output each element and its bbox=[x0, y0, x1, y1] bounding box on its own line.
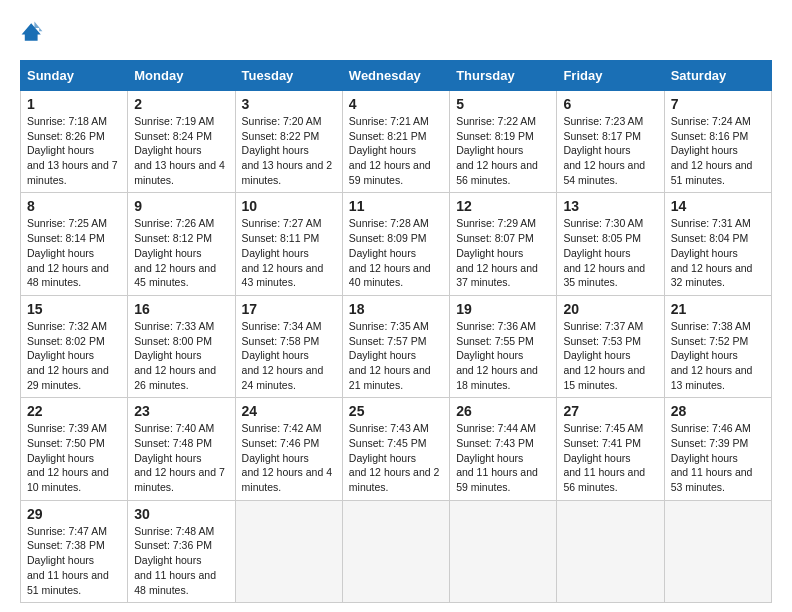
day-info: Sunrise: 7:39 AMSunset: 7:50 PMDaylight … bbox=[27, 422, 109, 493]
day-info: Sunrise: 7:19 AMSunset: 8:24 PMDaylight … bbox=[134, 115, 225, 186]
day-number: 14 bbox=[671, 198, 765, 214]
day-number: 25 bbox=[349, 403, 443, 419]
table-row: 25 Sunrise: 7:43 AMSunset: 7:45 PMDaylig… bbox=[342, 398, 449, 500]
day-number: 22 bbox=[27, 403, 121, 419]
day-number: 2 bbox=[134, 96, 228, 112]
day-info: Sunrise: 7:18 AMSunset: 8:26 PMDaylight … bbox=[27, 115, 118, 186]
table-row: 14 Sunrise: 7:31 AMSunset: 8:04 PMDaylig… bbox=[664, 193, 771, 295]
table-row: 24 Sunrise: 7:42 AMSunset: 7:46 PMDaylig… bbox=[235, 398, 342, 500]
day-number: 12 bbox=[456, 198, 550, 214]
table-row: 1 Sunrise: 7:18 AMSunset: 8:26 PMDayligh… bbox=[21, 91, 128, 193]
col-saturday: Saturday bbox=[664, 61, 771, 91]
day-number: 27 bbox=[563, 403, 657, 419]
day-number: 3 bbox=[242, 96, 336, 112]
day-info: Sunrise: 7:26 AMSunset: 8:12 PMDaylight … bbox=[134, 217, 216, 288]
table-row: 23 Sunrise: 7:40 AMSunset: 7:48 PMDaylig… bbox=[128, 398, 235, 500]
day-number: 5 bbox=[456, 96, 550, 112]
table-row: 9 Sunrise: 7:26 AMSunset: 8:12 PMDayligh… bbox=[128, 193, 235, 295]
col-sunday: Sunday bbox=[21, 61, 128, 91]
table-row: 20 Sunrise: 7:37 AMSunset: 7:53 PMDaylig… bbox=[557, 295, 664, 397]
day-info: Sunrise: 7:28 AMSunset: 8:09 PMDaylight … bbox=[349, 217, 431, 288]
col-friday: Friday bbox=[557, 61, 664, 91]
day-info: Sunrise: 7:24 AMSunset: 8:16 PMDaylight … bbox=[671, 115, 753, 186]
day-number: 7 bbox=[671, 96, 765, 112]
table-row: 4 Sunrise: 7:21 AMSunset: 8:21 PMDayligh… bbox=[342, 91, 449, 193]
table-row: 22 Sunrise: 7:39 AMSunset: 7:50 PMDaylig… bbox=[21, 398, 128, 500]
day-info: Sunrise: 7:34 AMSunset: 7:58 PMDaylight … bbox=[242, 320, 324, 391]
day-number: 20 bbox=[563, 301, 657, 317]
day-number: 1 bbox=[27, 96, 121, 112]
table-row: 12 Sunrise: 7:29 AMSunset: 8:07 PMDaylig… bbox=[450, 193, 557, 295]
day-number: 24 bbox=[242, 403, 336, 419]
logo-icon bbox=[20, 20, 44, 44]
day-number: 29 bbox=[27, 506, 121, 522]
day-info: Sunrise: 7:44 AMSunset: 7:43 PMDaylight … bbox=[456, 422, 538, 493]
empty-cell bbox=[342, 500, 449, 602]
day-info: Sunrise: 7:40 AMSunset: 7:48 PMDaylight … bbox=[134, 422, 225, 493]
table-row: 17 Sunrise: 7:34 AMSunset: 7:58 PMDaylig… bbox=[235, 295, 342, 397]
table-row: 2 Sunrise: 7:19 AMSunset: 8:24 PMDayligh… bbox=[128, 91, 235, 193]
day-number: 30 bbox=[134, 506, 228, 522]
day-info: Sunrise: 7:22 AMSunset: 8:19 PMDaylight … bbox=[456, 115, 538, 186]
empty-cell bbox=[664, 500, 771, 602]
day-info: Sunrise: 7:25 AMSunset: 8:14 PMDaylight … bbox=[27, 217, 109, 288]
day-number: 16 bbox=[134, 301, 228, 317]
calendar-header-row: Sunday Monday Tuesday Wednesday Thursday… bbox=[21, 61, 772, 91]
day-number: 17 bbox=[242, 301, 336, 317]
day-number: 19 bbox=[456, 301, 550, 317]
day-number: 9 bbox=[134, 198, 228, 214]
table-row: 18 Sunrise: 7:35 AMSunset: 7:57 PMDaylig… bbox=[342, 295, 449, 397]
day-number: 26 bbox=[456, 403, 550, 419]
day-info: Sunrise: 7:43 AMSunset: 7:45 PMDaylight … bbox=[349, 422, 440, 493]
col-thursday: Thursday bbox=[450, 61, 557, 91]
day-number: 13 bbox=[563, 198, 657, 214]
day-number: 6 bbox=[563, 96, 657, 112]
col-monday: Monday bbox=[128, 61, 235, 91]
day-number: 23 bbox=[134, 403, 228, 419]
empty-cell bbox=[235, 500, 342, 602]
day-info: Sunrise: 7:20 AMSunset: 8:22 PMDaylight … bbox=[242, 115, 333, 186]
empty-cell bbox=[557, 500, 664, 602]
day-number: 8 bbox=[27, 198, 121, 214]
col-wednesday: Wednesday bbox=[342, 61, 449, 91]
day-info: Sunrise: 7:23 AMSunset: 8:17 PMDaylight … bbox=[563, 115, 645, 186]
day-info: Sunrise: 7:42 AMSunset: 7:46 PMDaylight … bbox=[242, 422, 333, 493]
table-row: 26 Sunrise: 7:44 AMSunset: 7:43 PMDaylig… bbox=[450, 398, 557, 500]
day-number: 10 bbox=[242, 198, 336, 214]
table-row: 30 Sunrise: 7:48 AMSunset: 7:36 PMDaylig… bbox=[128, 500, 235, 602]
table-row: 19 Sunrise: 7:36 AMSunset: 7:55 PMDaylig… bbox=[450, 295, 557, 397]
table-row: 16 Sunrise: 7:33 AMSunset: 8:00 PMDaylig… bbox=[128, 295, 235, 397]
day-info: Sunrise: 7:21 AMSunset: 8:21 PMDaylight … bbox=[349, 115, 431, 186]
day-info: Sunrise: 7:35 AMSunset: 7:57 PMDaylight … bbox=[349, 320, 431, 391]
day-number: 11 bbox=[349, 198, 443, 214]
day-info: Sunrise: 7:32 AMSunset: 8:02 PMDaylight … bbox=[27, 320, 109, 391]
table-row: 5 Sunrise: 7:22 AMSunset: 8:19 PMDayligh… bbox=[450, 91, 557, 193]
col-tuesday: Tuesday bbox=[235, 61, 342, 91]
day-info: Sunrise: 7:48 AMSunset: 7:36 PMDaylight … bbox=[134, 525, 216, 596]
table-row: 15 Sunrise: 7:32 AMSunset: 8:02 PMDaylig… bbox=[21, 295, 128, 397]
table-row: 8 Sunrise: 7:25 AMSunset: 8:14 PMDayligh… bbox=[21, 193, 128, 295]
calendar-table: Sunday Monday Tuesday Wednesday Thursday… bbox=[20, 60, 772, 603]
table-row: 27 Sunrise: 7:45 AMSunset: 7:41 PMDaylig… bbox=[557, 398, 664, 500]
day-number: 28 bbox=[671, 403, 765, 419]
day-number: 18 bbox=[349, 301, 443, 317]
day-info: Sunrise: 7:30 AMSunset: 8:05 PMDaylight … bbox=[563, 217, 645, 288]
table-row: 21 Sunrise: 7:38 AMSunset: 7:52 PMDaylig… bbox=[664, 295, 771, 397]
day-info: Sunrise: 7:36 AMSunset: 7:55 PMDaylight … bbox=[456, 320, 538, 391]
empty-cell bbox=[450, 500, 557, 602]
table-row: 29 Sunrise: 7:47 AMSunset: 7:38 PMDaylig… bbox=[21, 500, 128, 602]
table-row: 28 Sunrise: 7:46 AMSunset: 7:39 PMDaylig… bbox=[664, 398, 771, 500]
day-info: Sunrise: 7:31 AMSunset: 8:04 PMDaylight … bbox=[671, 217, 753, 288]
day-info: Sunrise: 7:45 AMSunset: 7:41 PMDaylight … bbox=[563, 422, 645, 493]
day-info: Sunrise: 7:46 AMSunset: 7:39 PMDaylight … bbox=[671, 422, 753, 493]
table-row: 6 Sunrise: 7:23 AMSunset: 8:17 PMDayligh… bbox=[557, 91, 664, 193]
table-row: 11 Sunrise: 7:28 AMSunset: 8:09 PMDaylig… bbox=[342, 193, 449, 295]
day-info: Sunrise: 7:29 AMSunset: 8:07 PMDaylight … bbox=[456, 217, 538, 288]
day-info: Sunrise: 7:27 AMSunset: 8:11 PMDaylight … bbox=[242, 217, 324, 288]
table-row: 7 Sunrise: 7:24 AMSunset: 8:16 PMDayligh… bbox=[664, 91, 771, 193]
day-number: 4 bbox=[349, 96, 443, 112]
day-info: Sunrise: 7:47 AMSunset: 7:38 PMDaylight … bbox=[27, 525, 109, 596]
logo bbox=[20, 20, 48, 44]
day-number: 21 bbox=[671, 301, 765, 317]
table-row: 13 Sunrise: 7:30 AMSunset: 8:05 PMDaylig… bbox=[557, 193, 664, 295]
